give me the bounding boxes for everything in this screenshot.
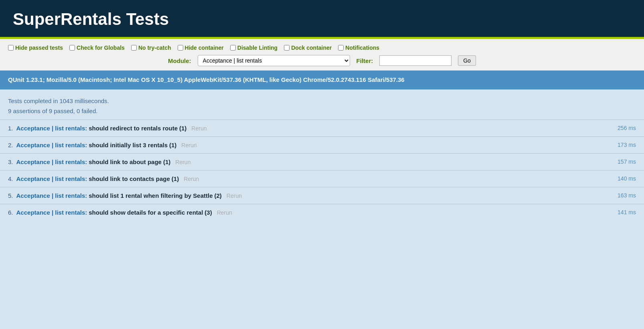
test-rerun-link[interactable]: Rerun: [181, 142, 196, 148]
test-assertions: (2): [215, 192, 222, 199]
test-row: 3.Acceptance | list rentals: should link…: [0, 153, 644, 170]
test-row: 6.Acceptance | list rentals: should show…: [0, 204, 644, 221]
test-name: should link to about page: [89, 158, 162, 165]
test-index: 6.: [8, 209, 13, 216]
module-select[interactable]: Acceptance | list rentals: [198, 55, 350, 66]
test-name: should initially list 3 rentals: [89, 142, 168, 148]
test-index: 2.: [8, 142, 13, 148]
test-left-0: 1.Acceptance | list rentals: should redi…: [8, 125, 610, 132]
checkbox-label-disable-linting: Disable Linting: [237, 45, 277, 51]
test-time: 141 ms: [618, 209, 636, 215]
checkbox-hide-passed[interactable]: Hide passed tests: [8, 45, 63, 51]
test-index: 4.: [8, 175, 13, 182]
test-index: 3.: [8, 158, 13, 165]
checkbox-input-disable-linting[interactable]: [230, 45, 236, 51]
header: SuperRentals Tests: [0, 0, 644, 39]
test-rerun-link[interactable]: Rerun: [217, 209, 232, 216]
info-bar: QUnit 1.23.1; Mozilla/5.0 (Macintosh; In…: [0, 71, 644, 89]
test-list: 1.Acceptance | list rentals: should redi…: [0, 120, 644, 229]
checkbox-label-notifications: Notifications: [345, 45, 379, 51]
checkbox-dock-container[interactable]: Dock container: [284, 45, 332, 51]
test-assertions: (1): [179, 125, 186, 132]
test-assertions: (1): [169, 142, 176, 148]
checkbox-hide-container[interactable]: Hide container: [178, 45, 224, 51]
checkbox-input-check-globals[interactable]: [69, 45, 75, 51]
checkbox-check-globals[interactable]: Check for Globals: [69, 45, 125, 51]
test-left-5: 6.Acceptance | list rentals: should show…: [8, 209, 610, 216]
toolbar-checkboxes: Hide passed testsCheck for GlobalsNo try…: [8, 45, 636, 51]
test-name: should list 1 rental when filtering by S…: [89, 192, 213, 199]
checkbox-input-no-try-catch[interactable]: [131, 45, 137, 51]
test-module-link[interactable]: Acceptance | list rentals:: [16, 209, 87, 216]
test-index: 1.: [8, 125, 13, 132]
test-name: should redirect to rentals route: [89, 125, 178, 132]
test-time: 256 ms: [618, 125, 636, 131]
completed-text: Tests completed in 1043 milliseconds.: [8, 96, 636, 106]
test-assertions: (1): [172, 175, 179, 182]
test-module-link[interactable]: Acceptance | list rentals:: [16, 158, 87, 165]
info-bar-text: QUnit 1.23.1; Mozilla/5.0 (Macintosh; In…: [8, 76, 405, 83]
go-button[interactable]: Go: [458, 55, 476, 66]
toolbar-row2: Module: Acceptance | list rentals Filter…: [8, 55, 636, 66]
checkbox-input-dock-container[interactable]: [284, 45, 290, 51]
checkbox-label-hide-container: Hide container: [185, 45, 224, 51]
checkbox-label-no-try-catch: No try-catch: [138, 45, 171, 51]
test-left-1: 2.Acceptance | list rentals: should init…: [8, 142, 610, 148]
test-module-link[interactable]: Acceptance | list rentals:: [16, 142, 87, 148]
module-label: Module:: [168, 57, 191, 64]
checkbox-label-hide-passed: Hide passed tests: [15, 45, 63, 51]
test-rerun-link[interactable]: Rerun: [191, 125, 207, 132]
test-left-4: 5.Acceptance | list rentals: should list…: [8, 192, 610, 199]
test-assertions: (3): [205, 209, 212, 216]
checkbox-label-check-globals: Check for Globals: [77, 45, 125, 51]
filter-input[interactable]: [379, 55, 452, 66]
page-title: SuperRentals Tests: [13, 10, 631, 29]
test-module-link[interactable]: Acceptance | list rentals:: [16, 125, 87, 132]
test-assertions: (1): [163, 158, 170, 165]
checkbox-input-hide-container[interactable]: [178, 45, 183, 51]
test-time: 157 ms: [618, 158, 636, 165]
test-rerun-link[interactable]: Rerun: [184, 176, 199, 182]
test-left-2: 3.Acceptance | list rentals: should link…: [8, 158, 610, 165]
checkbox-input-notifications[interactable]: [338, 45, 344, 51]
test-row: 1.Acceptance | list rentals: should redi…: [0, 120, 644, 136]
test-time: 173 ms: [618, 142, 636, 148]
toolbar: Hide passed testsCheck for GlobalsNo try…: [0, 39, 644, 71]
checkbox-no-try-catch[interactable]: No try-catch: [131, 45, 171, 51]
test-time: 140 ms: [618, 175, 636, 182]
test-rerun-link[interactable]: Rerun: [227, 193, 242, 199]
test-name: should link to contacts page: [89, 175, 170, 182]
test-row: 2.Acceptance | list rentals: should init…: [0, 136, 644, 153]
test-row: 4.Acceptance | list rentals: should link…: [0, 170, 644, 187]
checkbox-label-dock-container: Dock container: [291, 45, 332, 51]
test-time: 163 ms: [618, 192, 636, 199]
test-index: 5.: [8, 192, 13, 199]
results-summary: Tests completed in 1043 milliseconds. 9 …: [0, 89, 644, 120]
test-row: 5.Acceptance | list rentals: should list…: [0, 187, 644, 204]
test-rerun-link[interactable]: Rerun: [175, 159, 190, 165]
test-module-link[interactable]: Acceptance | list rentals:: [16, 175, 87, 182]
test-left-3: 4.Acceptance | list rentals: should link…: [8, 175, 610, 182]
test-name: should show details for a specific renta…: [89, 209, 203, 216]
checkbox-input-hide-passed[interactable]: [8, 45, 14, 51]
checkbox-disable-linting[interactable]: Disable Linting: [230, 45, 277, 51]
test-module-link[interactable]: Acceptance | list rentals:: [16, 192, 87, 199]
assertions-text: 9 assertions of 9 passed, 0 failed.: [8, 106, 636, 116]
checkbox-notifications[interactable]: Notifications: [338, 45, 379, 51]
filter-label: Filter:: [356, 57, 373, 64]
